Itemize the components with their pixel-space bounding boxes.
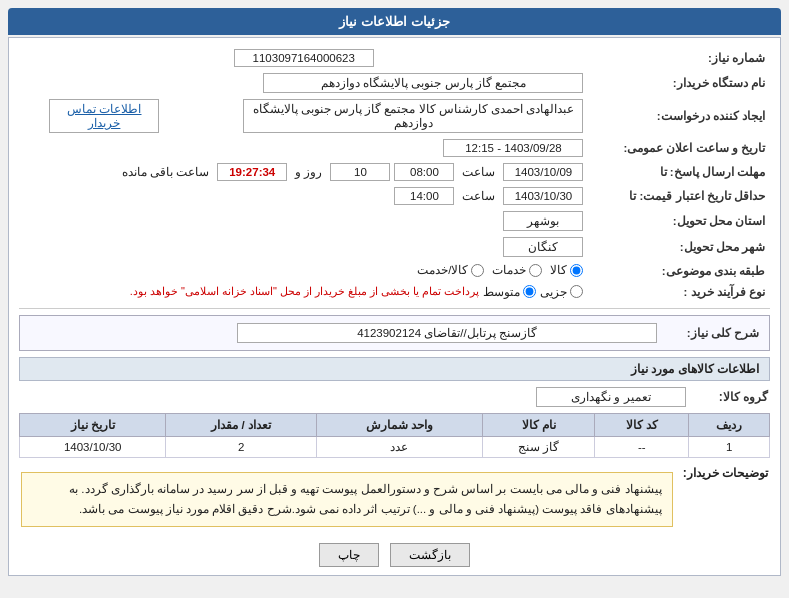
ettelaat-tamas-link[interactable]: اطلاعات تماس خریدار: [49, 99, 159, 133]
ostan-label: استان محل تحویل:: [588, 208, 770, 234]
tarikh-label: تاریخ و ساعت اعلان عمومی:: [588, 136, 770, 160]
col-radif: ردیف: [689, 413, 770, 436]
radio-kala[interactable]: کالا: [550, 263, 583, 277]
hadaqal-time: 14:00: [394, 187, 454, 205]
table-row: 1--گاز سنجعدد21403/10/30: [20, 436, 770, 457]
page-header: جزئیات اطلاعات نیاز: [8, 8, 781, 35]
goods-table: ردیف کد کالا نام کالا واحد شمارش تعداد /…: [19, 413, 770, 458]
mohlat-date: 1403/10/09: [503, 163, 583, 181]
ijad-konande-value: عبدالهادی احمدی کارشناس کالا مجتمع گاز پ…: [243, 99, 583, 133]
print-button[interactable]: چاپ: [319, 543, 379, 567]
page-title: جزئیات اطلاعات نیاز: [339, 14, 449, 29]
back-button[interactable]: بازگشت: [390, 543, 470, 567]
nam-dastgah-value: مجتمع گاز پارس جنوبی پالایشگاه دوازدهم: [263, 73, 583, 93]
shomare-niaz-label: شماره نیاز:: [588, 46, 770, 70]
mohlat-roz-label: روز و: [295, 165, 322, 179]
col-kod: کد کالا: [595, 413, 689, 436]
noe-farayand-label: نوع فرآیند خرید :: [588, 282, 770, 302]
mohlat-days: 10: [330, 163, 390, 181]
hadaqal-date: 1403/10/30: [503, 187, 583, 205]
nam-dastgah-label: نام دستگاه خریدار:: [588, 70, 770, 96]
sharh-value: گازسنج پرتابل//تقاضای 4123902124: [237, 323, 657, 343]
radio-kala-label: کالا: [550, 263, 567, 277]
radio-khadamat-label: خدمات: [492, 263, 526, 277]
mohlat-remaining: ساعت باقی مانده: [122, 165, 209, 179]
desc-label: توضیحات خریدار:: [675, 466, 768, 533]
col-tedad: تعداد / مقدار: [166, 413, 316, 436]
mohlat-time: 08:00: [394, 163, 454, 181]
mohlat-label: مهلت ارسال پاسخ: تا: [588, 160, 770, 184]
radio-jozii[interactable]: جزیی: [540, 285, 583, 299]
radio-motavasset-label: متوسط: [483, 285, 520, 299]
tarikh-value: 1403/09/28 - 12:15: [443, 139, 583, 157]
radio-kala-khadamat[interactable]: کالا/خدمت: [417, 263, 484, 277]
mohlat-saat-label: ساعت: [462, 165, 495, 179]
farayand-note: پرداخت تمام یا بخشی از مبلغ خریدار از مح…: [130, 285, 480, 298]
shomare-niaz-value: 1103097164000623: [234, 49, 374, 67]
radio-khadamat[interactable]: خدمات: [492, 263, 542, 277]
group-kala-value: تعمیر و نگهداری: [536, 387, 686, 407]
mohlat-countdown: 19:27:34: [217, 163, 287, 181]
tabagheh-label: طبقه بندی موضوعی:: [588, 260, 770, 282]
radio-motavasset[interactable]: متوسط: [483, 285, 536, 299]
col-tarikh: تاریخ نیاز: [20, 413, 166, 436]
shahr-value: کنگان: [503, 237, 583, 257]
radio-kala-khadamat-label: کالا/خدمت: [417, 263, 468, 277]
group-kala-label: گروه کالا:: [688, 387, 768, 407]
ostan-value: بوشهر: [503, 211, 583, 231]
ijad-konande-label: ایجاد کننده درخواست:: [588, 96, 770, 136]
hadaqal-saat-label: ساعت: [462, 189, 495, 203]
sharh-label: شرح کلی نیاز:: [659, 323, 759, 343]
col-vahed: واحد شمارش: [316, 413, 482, 436]
hadaqal-label: حداقل تاریخ اعتبار قیمت: تا: [588, 184, 770, 208]
shahr-label: شهر محل تحویل:: [588, 234, 770, 260]
col-nam: نام کالا: [483, 413, 595, 436]
radio-jozii-label: جزیی: [540, 285, 567, 299]
desc-text: پیشنهاد فنی و مالی می بایست بر اساس شرح …: [21, 472, 673, 527]
kala-info-title: اطلاعات کالاهای مورد نیاز: [19, 357, 770, 381]
